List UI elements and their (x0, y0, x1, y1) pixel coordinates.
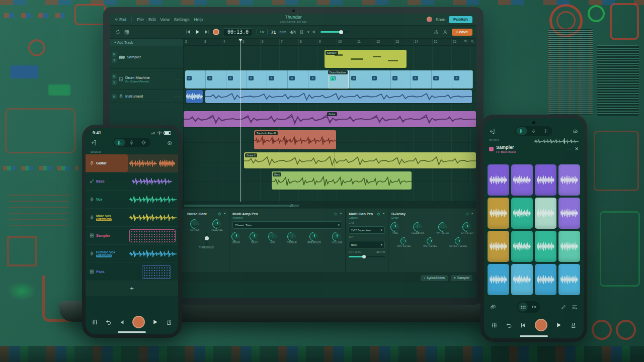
skip-back-icon[interactable] (520, 322, 526, 328)
mixer-mode-icon[interactable] (114, 139, 125, 146)
add-track-button[interactable]: + Add Track (110, 39, 184, 46)
exit-menu[interactable]: Exit (114, 17, 132, 22)
menu-file[interactable]: File (137, 17, 144, 22)
sampler-pad[interactable] (558, 198, 580, 229)
gear-icon[interactable] (138, 139, 149, 146)
sampler-pad[interactable] (511, 264, 533, 295)
share-icon[interactable] (434, 30, 439, 35)
sampler-pad[interactable] (535, 231, 556, 262)
mix-slider[interactable] (349, 256, 385, 257)
loop-icon[interactable] (115, 30, 120, 35)
clip-sampler[interactable]: Sampler (325, 50, 407, 68)
sampler-pad[interactable] (511, 231, 533, 262)
avatar[interactable] (427, 17, 432, 22)
cloud-download-icon[interactable] (572, 128, 579, 134)
clip-bass[interactable]: Bass (272, 171, 412, 190)
fx-knob[interactable] (414, 223, 422, 231)
drum-pattern-cell[interactable]: A (370, 70, 391, 88)
metronome-icon[interactable] (166, 319, 172, 325)
mode-toggle[interactable] (113, 138, 150, 147)
amp-preset-select[interactable]: Classic Twin▾ (232, 221, 342, 229)
track-row-male-vox[interactable]: Male Vox Fx: AutoPitch (86, 209, 178, 227)
cab-preset-select[interactable]: 2x12 Superclean▾ (349, 226, 385, 234)
drum-pattern-cell[interactable]: A (391, 70, 412, 88)
drum-pattern-cell[interactable]: A (206, 70, 226, 88)
track-menu-icon[interactable]: ··· (175, 55, 181, 59)
edit-icon[interactable] (561, 304, 567, 310)
sampler-pad[interactable] (488, 198, 509, 229)
skip-back-icon[interactable] (186, 29, 191, 35)
export-icon[interactable] (489, 128, 495, 134)
arrangement-area[interactable]: Sampler AAAAAAAAAAAAAA Drum Machine A (184, 46, 476, 202)
sampler-pad[interactable] (511, 198, 533, 229)
play-icon[interactable] (195, 29, 200, 35)
drum-pattern-cell[interactable]: A (267, 70, 288, 88)
add-track-button[interactable]: + (86, 281, 178, 296)
sampler-panel-button[interactable]: ≡ Sampler (451, 275, 472, 281)
volume-slider[interactable] (320, 31, 349, 33)
fx-knob[interactable] (463, 223, 471, 231)
sampler-pad[interactable] (558, 264, 580, 295)
zoom-in-icon[interactable] (464, 39, 468, 43)
bpm-value[interactable]: 71 (271, 30, 276, 35)
sampler-pad[interactable] (511, 164, 533, 196)
fx-knob[interactable] (310, 233, 318, 240)
sampler-pad[interactable] (488, 164, 509, 196)
fx-knob[interactable] (439, 223, 447, 231)
track-row-guitar[interactable]: Guitar (86, 154, 178, 172)
clip-guitar-audio[interactable]: Guitar (184, 111, 476, 127)
solo-button[interactable]: S (112, 80, 117, 85)
close-icon[interactable]: × (471, 212, 473, 216)
zoom-out-icon[interactable] (470, 39, 474, 43)
sampler-pad[interactable] (535, 198, 556, 229)
grid-steps-icon[interactable] (124, 30, 129, 35)
mixer-icon[interactable] (92, 319, 98, 325)
track-header-instrument[interactable]: N Instrument ··· (110, 90, 183, 103)
gear-icon[interactable] (540, 127, 551, 135)
playhead[interactable] (240, 39, 241, 202)
duplicate-icon[interactable] (490, 304, 496, 310)
close-icon[interactable]: × (340, 212, 342, 216)
undo-icon[interactable] (106, 319, 112, 325)
threshold-slider[interactable] (206, 233, 207, 245)
undo-icon[interactable] (506, 322, 512, 328)
fx-knob[interactable] (428, 238, 433, 244)
menu-settings[interactable]: Settings (174, 17, 190, 22)
mute-button[interactable]: N (112, 74, 117, 79)
sampler-pad[interactable] (558, 164, 580, 196)
pattern-clip[interactable] (142, 265, 171, 279)
timeline-ruler[interactable]: + Add Track 234567891011121314151617 (110, 39, 476, 46)
play-icon[interactable] (152, 319, 158, 325)
horizontal-scrollbar[interactable] (184, 205, 299, 207)
fx-knob[interactable] (288, 233, 296, 240)
lyrics-notes-button[interactable]: ♪ Lyrics/Notes (421, 275, 448, 281)
cloud-download-icon[interactable] (167, 140, 173, 146)
menu-view[interactable]: View (160, 17, 170, 22)
skip-back-icon[interactable] (119, 319, 125, 325)
sampler-pad[interactable] (535, 164, 556, 196)
publish-button[interactable]: Publish (449, 16, 472, 23)
mixer-icon[interactable] (491, 322, 498, 328)
track-menu-icon[interactable]: ··· (175, 94, 181, 99)
menu-help[interactable]: Help (194, 17, 203, 22)
drum-pattern-cell[interactable]: A (226, 70, 247, 88)
power-icon[interactable] (334, 212, 338, 216)
drum-pattern-cell[interactable]: A (185, 70, 206, 88)
drum-pattern-cell-selected[interactable]: Drum Machine A (328, 70, 349, 88)
export-icon[interactable] (91, 140, 97, 146)
power-icon[interactable] (465, 212, 469, 216)
fx-knob[interactable] (269, 233, 277, 240)
metronome-icon[interactable] (299, 30, 304, 34)
close-icon[interactable]: × (382, 212, 385, 216)
pad-mode-toggle[interactable]: Fx (517, 301, 540, 313)
save-button[interactable]: Save (436, 17, 445, 22)
mute-button[interactable]: N (112, 52, 117, 57)
clip-instrument-1[interactable] (186, 90, 203, 103)
solo-button[interactable]: S (112, 58, 117, 63)
drum-pattern-cell[interactable]: A (308, 70, 329, 88)
close-icon[interactable]: × (223, 212, 226, 216)
clip-trembolo[interactable]: Trembolo Alien M (254, 130, 336, 149)
track-row-vox[interactable]: Vox (86, 191, 178, 209)
sampler-pad[interactable] (488, 231, 509, 262)
fx-button[interactable]: Fx (529, 302, 539, 312)
